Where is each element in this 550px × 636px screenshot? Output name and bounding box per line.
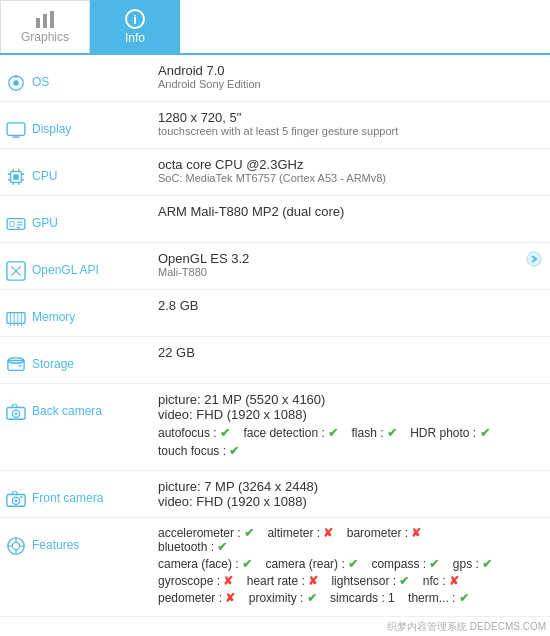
nfc-feature: nfc : ✘ bbox=[423, 574, 459, 588]
storage-value: 22 GB bbox=[152, 337, 520, 384]
back-camera-value: picture: 21 MP (5520 x 4160) video: FHD … bbox=[152, 384, 520, 471]
altimeter-feature: altimeter : ✘ bbox=[267, 526, 333, 540]
touch-focus-check: ✔ bbox=[229, 444, 239, 458]
opengl-value-main: OpenGL ES 3.2 bbox=[158, 251, 514, 266]
tab-info[interactable]: i Info bbox=[90, 0, 180, 53]
row-memory: Memory 2.8 GB bbox=[0, 290, 550, 337]
bluetooth-feature: bluetooth : ✔ bbox=[158, 540, 227, 554]
touch-focus-feature: touch focus : ✔ bbox=[158, 444, 239, 458]
autofocus-check: ✔ bbox=[220, 426, 230, 440]
simcards-feature: simcards : 1 bbox=[330, 591, 395, 605]
front-camera-picture: picture: 7 MP (3264 x 2448) bbox=[158, 479, 514, 494]
therm-feature: therm... : ✔ bbox=[408, 591, 469, 605]
camera-face-feature: camera (face) : ✔ bbox=[158, 557, 252, 571]
memory-value-main: 2.8 GB bbox=[158, 298, 514, 313]
tab-graphics-label: Graphics bbox=[21, 30, 69, 44]
row-front-camera: Front camera picture: 7 MP (3264 x 2448)… bbox=[0, 471, 550, 518]
memory-value: 2.8 GB bbox=[152, 290, 520, 337]
face-detection-feature: face detection : ✔ bbox=[243, 426, 338, 440]
svg-point-44 bbox=[15, 412, 18, 415]
svg-rect-50 bbox=[12, 492, 17, 495]
svg-rect-0 bbox=[36, 18, 40, 28]
hdr-feature: HDR photo : ✔ bbox=[410, 426, 489, 440]
front-camera-value: picture: 7 MP (3264 x 2448) video: FHD (… bbox=[152, 471, 520, 518]
features-label: Features bbox=[32, 536, 79, 552]
tab-bar: Graphics i Info bbox=[0, 0, 550, 55]
heart-rate-feature: heart rate : ✘ bbox=[247, 574, 318, 588]
gpu-value: ARM Mali-T880 MP2 (dual core) bbox=[152, 196, 520, 243]
pedometer-feature: pedometer : ✘ bbox=[158, 591, 235, 605]
back-camera-features-line2: touch focus : ✔ bbox=[158, 444, 514, 458]
gpu-icon bbox=[6, 214, 26, 234]
svg-point-49 bbox=[20, 496, 22, 498]
opengl-chevron[interactable] bbox=[520, 243, 550, 290]
hdr-check: ✔ bbox=[480, 426, 490, 440]
display-icon bbox=[6, 120, 26, 140]
bar-chart-icon bbox=[34, 10, 56, 28]
opengl-label: OpenGL API bbox=[32, 261, 99, 277]
autofocus-feature: autofocus : ✔ bbox=[158, 426, 230, 440]
svg-rect-2 bbox=[50, 11, 54, 28]
display-label: Display bbox=[32, 120, 71, 136]
gyroscope-feature: gyroscope : ✘ bbox=[158, 574, 233, 588]
cpu-icon bbox=[6, 167, 26, 187]
lightsensor-feature: lightsensor : ✔ bbox=[331, 574, 409, 588]
features-line-4: pedometer : ✘ proximity : ✔ simcards : 1… bbox=[158, 591, 514, 605]
svg-rect-30 bbox=[7, 313, 25, 324]
svg-point-7 bbox=[15, 75, 18, 78]
back-camera-picture: picture: 21 MP (5520 x 4160) bbox=[158, 392, 514, 407]
barometer-feature: barometer : ✘ bbox=[347, 526, 422, 540]
os-value-main: Android 7.0 bbox=[158, 63, 514, 78]
cpu-label: CPU bbox=[32, 167, 57, 183]
compass-feature: compass : ✔ bbox=[371, 557, 439, 571]
opengl-icon bbox=[6, 261, 26, 281]
features-value: accelerometer : ✔ altimeter : ✘ baromete… bbox=[152, 518, 520, 617]
camera-rear-feature: camera (rear) : ✔ bbox=[265, 557, 358, 571]
row-opengl: OpenGL API OpenGL ES 3.2 Mali-T880 bbox=[0, 243, 550, 290]
row-os: OS Android 7.0 Android Sony Edition bbox=[0, 55, 550, 102]
os-value-sub: Android Sony Edition bbox=[158, 78, 514, 90]
display-value-sub: touchscreen with at least 5 finger gestu… bbox=[158, 125, 514, 137]
display-value: 1280 x 720, 5" touchscreen with at least… bbox=[152, 102, 520, 149]
features-line-3: gyroscope : ✘ heart rate : ✘ lightsensor… bbox=[158, 574, 514, 588]
tab-graphics[interactable]: Graphics bbox=[0, 0, 90, 53]
storage-icon bbox=[6, 355, 26, 375]
front-camera-label: Front camera bbox=[32, 489, 103, 505]
svg-point-52 bbox=[12, 542, 19, 549]
back-camera-video: video: FHD (1920 x 1088) bbox=[158, 407, 514, 422]
row-gpu: GPU ARM Mali-T880 MP2 (dual core) bbox=[0, 196, 550, 243]
row-back-camera: Back camera picture: 21 MP (5520 x 4160)… bbox=[0, 384, 550, 471]
cpu-value-main: octa core CPU @2.3GHz bbox=[158, 157, 514, 172]
gpu-label: GPU bbox=[32, 214, 58, 230]
svg-rect-1 bbox=[43, 14, 47, 28]
android-icon bbox=[6, 73, 26, 93]
row-storage: Storage 22 GB bbox=[0, 337, 550, 384]
os-value: Android 7.0 Android Sony Edition bbox=[152, 55, 520, 102]
opengl-value: OpenGL ES 3.2 Mali-T880 bbox=[152, 243, 520, 290]
row-display: Display 1280 x 720, 5" touchscreen with … bbox=[0, 102, 550, 149]
info-table: OS Android 7.0 Android Sony Edition Disp… bbox=[0, 55, 550, 617]
svg-point-6 bbox=[13, 80, 18, 85]
svg-text:i: i bbox=[133, 12, 137, 27]
back-camera-label: Back camera bbox=[32, 402, 102, 418]
gpu-value-main: ARM Mali-T880 MP2 (dual core) bbox=[158, 204, 514, 219]
svg-rect-8 bbox=[7, 123, 25, 135]
tab-info-label: Info bbox=[125, 31, 145, 45]
storage-value-main: 22 GB bbox=[158, 345, 514, 360]
watermark: 织梦内容管理系统 DEDECMS.COM bbox=[387, 620, 546, 634]
memory-label: Memory bbox=[32, 308, 75, 324]
front-camera-video: video: FHD (1920 x 1088) bbox=[158, 494, 514, 509]
info-icon: i bbox=[125, 9, 145, 29]
face-detection-check: ✔ bbox=[328, 426, 338, 440]
features-icon bbox=[6, 536, 26, 556]
row-cpu: CPU octa core CPU @2.3GHz SoC: MediaTek … bbox=[0, 149, 550, 196]
features-line-2: camera (face) : ✔ camera (rear) : ✔ comp… bbox=[158, 557, 514, 571]
features-line-1: accelerometer : ✔ altimeter : ✘ baromete… bbox=[158, 526, 514, 554]
cpu-value-sub: SoC: MediaTek MT6757 (Cortex A53 - ARMv8… bbox=[158, 172, 514, 184]
svg-point-48 bbox=[15, 499, 18, 502]
opengl-value-sub: Mali-T880 bbox=[158, 266, 514, 278]
back-camera-features-line1: autofocus : ✔ face detection : ✔ flash :… bbox=[158, 426, 514, 440]
svg-rect-22 bbox=[10, 221, 14, 226]
svg-rect-45 bbox=[12, 405, 17, 408]
svg-point-29 bbox=[527, 252, 541, 266]
